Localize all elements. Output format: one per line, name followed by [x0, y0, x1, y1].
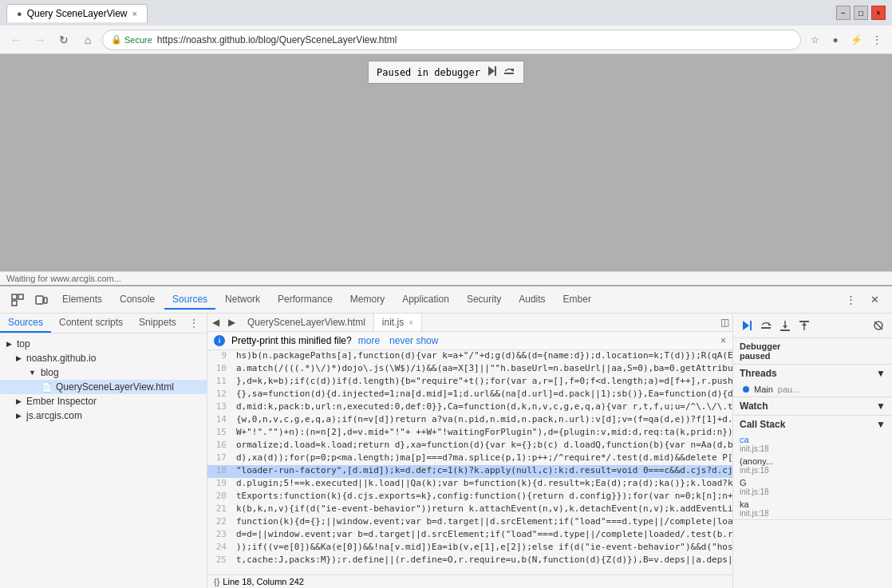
thread-status: pau... — [778, 385, 800, 394]
settings-icon[interactable]: ⋮ — [868, 31, 886, 49]
line-number: 25 — [207, 554, 233, 567]
editor-tab-html[interactable]: QuerySceneLayerView.html — [239, 314, 374, 331]
deactivate-breakpoints-button[interactable] — [870, 317, 887, 334]
threads-content: Main pau... — [733, 382, 892, 397]
svg-marker-17 — [802, 322, 807, 326]
close-devtools-button[interactable]: ✕ — [863, 289, 886, 311]
tab-ember[interactable]: Ember — [555, 290, 599, 310]
editor-tab-close-icon[interactable]: × — [409, 318, 413, 327]
more-tabs-button[interactable]: ⋮ — [839, 289, 862, 311]
minify-text: Pretty-print this minified file? — [231, 335, 352, 346]
editor-split-icon[interactable]: ◫ — [716, 314, 732, 330]
line-content: tExports:function(k){d.cjs.exports=k},co… — [233, 491, 732, 503]
step-over-button[interactable] — [503, 65, 515, 80]
tree-item-top[interactable]: ▶ top — [0, 337, 207, 351]
sub-tab-more-icon[interactable]: ⋮ — [184, 314, 203, 333]
svg-rect-6 — [12, 301, 17, 306]
device-toolbar-button[interactable] — [30, 289, 53, 311]
tab-sources[interactable]: Sources — [164, 290, 215, 310]
url-bar[interactable]: 🔒 Secure https://noashx.github.io/blog/Q… — [102, 30, 801, 50]
profile-icon[interactable]: ● — [827, 31, 844, 49]
tab-console[interactable]: Console — [112, 290, 163, 310]
tab-performance[interactable]: Performance — [270, 290, 341, 310]
code-line-17: 17d),xa(d));for(p=0;p<ma.length;)ma[p]==… — [207, 452, 732, 465]
tree-item-ember[interactable]: ▶ Ember Inspector — [0, 394, 207, 408]
close-button[interactable]: × — [871, 6, 886, 20]
window-controls: − □ × — [836, 6, 886, 20]
callstack-item-ca[interactable]: ca init.js:18 — [733, 433, 892, 455]
code-editor[interactable]: 9hs)b(n.packagePaths[a],function(d){var … — [207, 350, 732, 574]
callstack-file: init.js:18 — [740, 509, 886, 518]
svg-rect-1 — [495, 66, 496, 76]
line-content: W+"!"."")+n):(n=n[2],d=v.mid+"!"+ ++W+"!… — [233, 427, 732, 440]
forward-button[interactable]: → — [30, 30, 49, 49]
home-button[interactable]: ⌂ — [78, 30, 97, 49]
callstack-item-ka[interactable]: ka init.js:18 — [733, 498, 892, 519]
maximize-button[interactable]: □ — [854, 6, 868, 20]
editor-nav-left[interactable]: ◀ — [207, 314, 223, 330]
star-icon[interactable]: ☆ — [806, 31, 823, 49]
callstack-item-g[interactable]: G init.js:18 — [733, 476, 892, 498]
cursor-position: Line 18, Column 242 — [223, 577, 304, 586]
line-number: 16 — [207, 440, 233, 452]
line-content: d,mid:k,pack:b,url:n,executed:0,def:0}},… — [233, 401, 732, 414]
line-content: d.plugin;5!==k.executed||k.load||Qa(k);v… — [233, 478, 732, 491]
code-line-16: 16ormalize;d.load=k.load;return d},xa=fu… — [207, 440, 732, 452]
tree-item-noashx[interactable]: ▶ noashx.github.io — [0, 351, 207, 365]
reload-button[interactable]: ↻ — [54, 30, 73, 49]
line-content: function(k){d={};||window.event;var b=d.… — [233, 516, 732, 529]
line-number: 23 — [207, 529, 233, 542]
debugger-toolbar — [733, 314, 892, 338]
watch-header[interactable]: Watch ▼ — [733, 397, 892, 415]
code-line-9: 9hs)b(n.packagePaths[a],function(d){var … — [207, 350, 732, 363]
callstack-file: init.js:18 — [740, 466, 886, 475]
minify-never-link[interactable]: never show — [389, 335, 438, 346]
tree-item-queryfile[interactable]: 📄 QuerySceneLayerView.html — [0, 380, 207, 394]
back-button[interactable]: ← — [6, 30, 26, 49]
threads-header[interactable]: Threads ▼ — [733, 365, 892, 382]
callstack-file: init.js:18 — [740, 444, 886, 453]
step-out-debug-button[interactable] — [795, 317, 813, 334]
brackets-icon: {} — [214, 577, 219, 586]
editor-tab-label: init.js — [382, 317, 404, 328]
sub-tab-sources[interactable]: Sources — [0, 314, 51, 333]
tab-memory[interactable]: Memory — [342, 290, 393, 310]
tab-application[interactable]: Application — [394, 290, 457, 310]
browser-tab[interactable]: ● Query SceneLayerView × — [6, 4, 148, 22]
callstack-header[interactable]: Call Stack ▼ — [733, 416, 892, 433]
tree-arrow-icon: ▶ — [16, 412, 22, 420]
tree-item-label: blog — [41, 367, 59, 378]
step-over-debug-button[interactable] — [757, 317, 775, 334]
svg-rect-12 — [761, 327, 771, 329]
tree-item-arcgis[interactable]: ▶ js.arcgis.com — [0, 408, 207, 423]
resume-button[interactable] — [485, 65, 498, 80]
watch-section: Watch ▼ — [733, 397, 892, 416]
editor-nav-right[interactable]: ▶ — [223, 314, 239, 330]
sub-tab-snippets[interactable]: Snippets — [131, 314, 184, 333]
tab-security[interactable]: Security — [459, 290, 509, 310]
tree-item-label: js.arcgis.com — [26, 410, 82, 421]
inspect-element-button[interactable] — [6, 289, 29, 311]
extensions-icon[interactable]: ⚡ — [847, 31, 865, 49]
tab-audits[interactable]: Audits — [511, 290, 553, 310]
tab-elements[interactable]: Elements — [54, 290, 110, 310]
minify-banner: i Pretty-print this minified file? more … — [207, 332, 732, 350]
callstack-item-anon[interactable]: (anony... init.js:18 — [733, 455, 892, 476]
debugger-banner: Paused in debugger — [368, 61, 524, 84]
tree-item-blog[interactable]: ▼ blog — [0, 365, 207, 380]
minify-close-button[interactable]: × — [720, 335, 726, 346]
code-line-14: 14{w,0,n,v,c,g,e,q,a);if(n=v[d])return a… — [207, 414, 732, 427]
step-into-debug-button[interactable] — [776, 317, 794, 334]
sub-tab-content-scripts[interactable]: Content scripts — [51, 314, 131, 333]
devtools-body: Sources Content scripts Snippets ⋮ ▶ top… — [0, 314, 892, 588]
minify-more-link[interactable]: more — [358, 335, 380, 346]
secure-label: Secure — [124, 35, 152, 45]
minimize-button[interactable]: − — [836, 6, 851, 20]
tab-close-icon[interactable]: × — [132, 9, 137, 18]
resume-debug-button[interactable] — [738, 317, 756, 334]
thread-main[interactable]: Main pau... — [733, 382, 892, 397]
tab-network[interactable]: Network — [217, 290, 268, 310]
editor-tab-initjs[interactable]: init.js × — [374, 314, 422, 331]
line-content: ormalize;d.load=k.load;return d},xa=func… — [233, 440, 732, 452]
code-line-10: 10a.match(/(((.*)\/)*)dojo\.js(\W$)/i)&&… — [207, 363, 732, 376]
